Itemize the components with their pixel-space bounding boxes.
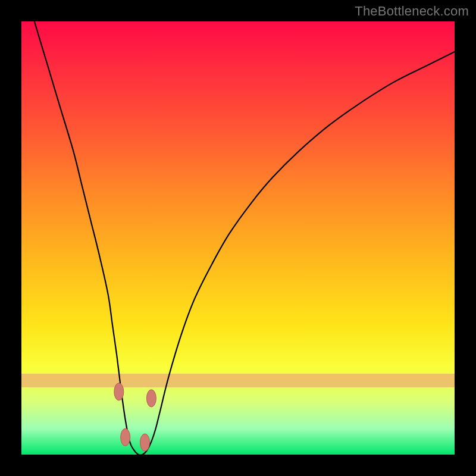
bottleneck-curve [35, 21, 455, 455]
curve-marker [146, 390, 156, 407]
curve-markers [114, 383, 156, 451]
curve-marker [140, 434, 150, 451]
curve-marker [121, 428, 130, 446]
curve-svg [21, 21, 455, 455]
watermark-text: TheBottleneck.com [355, 4, 469, 19]
curve-marker [114, 383, 124, 400]
plot-area [21, 21, 455, 455]
